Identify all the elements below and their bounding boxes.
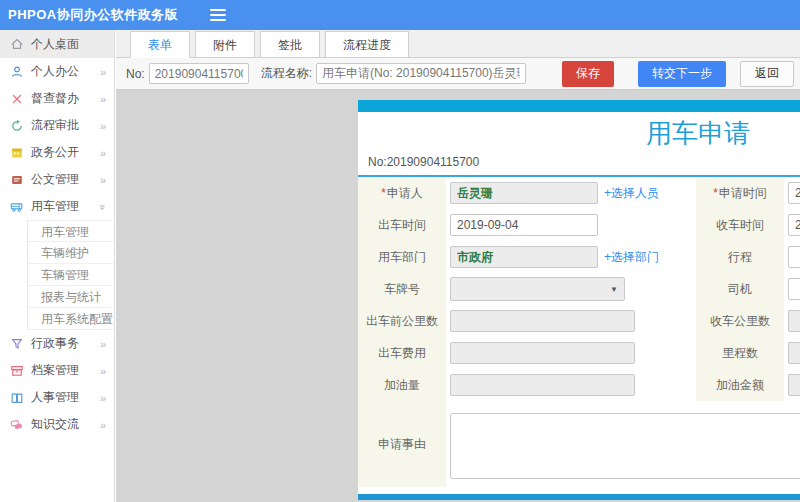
chevron-right-icon: » <box>100 66 106 78</box>
form-row-depart-time: 出车时间 收车时间 <box>358 209 800 241</box>
sidebar-item-supervision[interactable]: 督查督办 » <box>0 85 114 112</box>
sidebar-item-label: 知识交流 <box>31 416 100 433</box>
refresh-icon <box>10 119 24 133</box>
sidebar-item-workflow-approval[interactable]: 流程审批 » <box>0 112 114 139</box>
return-time-input[interactable] <box>788 214 800 236</box>
sidebar-item-label: 督查督办 <box>31 90 100 107</box>
bus-icon <box>10 200 24 214</box>
form-row-department: 用车部门 +选择部门 行程 <box>358 241 800 273</box>
tab-signoff[interactable]: 签批 <box>260 31 320 58</box>
department-input[interactable] <box>450 246 598 268</box>
tab-attachments[interactable]: 附件 <box>195 31 255 58</box>
tab-workflow-progress[interactable]: 流程进度 <box>325 31 409 58</box>
field-label: 申请人 <box>387 186 423 200</box>
submenu-item-vehicle-maintenance[interactable]: 车辆维护 <box>28 242 114 264</box>
driver-input[interactable] <box>788 278 800 300</box>
field-label: 申请事由 <box>378 437 426 451</box>
sidebar-item-hr[interactable]: 人事管理 » <box>0 384 114 411</box>
chevron-right-icon: » <box>100 174 106 186</box>
panel-header-bar <box>358 100 800 112</box>
form-row-fuel: 加油量 加油金额 <box>358 369 800 401</box>
submenu-item-vehicle-admin[interactable]: 车辆管理 <box>28 264 114 286</box>
trip-cost-input[interactable] <box>450 342 635 364</box>
sidebar-item-admin-affairs[interactable]: 行政事务 » <box>0 330 114 357</box>
content-area: 表单 附件 签批 流程进度 No: 流程名称: 保存 转交下一步 返回 用车申请… <box>116 30 800 502</box>
sidebar-item-gov-disclosure[interactable]: 政务公开 » <box>0 139 114 166</box>
sidebar-item-official-docs[interactable]: 公文管理 » <box>0 166 114 193</box>
km-return-input[interactable] <box>788 310 800 332</box>
required-mark: * <box>713 186 718 200</box>
depart-time-input[interactable] <box>450 214 598 236</box>
form-table: *申请人 +选择人员 *申请时间 出车时间 收车时间 用车部门 +选择部门 行程 <box>358 177 800 487</box>
back-button[interactable]: 返回 <box>740 61 794 87</box>
main-area: 用车申请 No:20190904115700 *申请人 +选择人员 *申请时间 … <box>116 90 800 502</box>
field-label: 加油金额 <box>716 378 764 392</box>
fuel-cost-input[interactable] <box>788 374 800 396</box>
select-department-link[interactable]: +选择部门 <box>604 250 659 264</box>
sidebar-item-vehicle-management[interactable]: 用车管理 » <box>0 193 114 220</box>
supervise-icon <box>10 92 24 106</box>
toolbar: No: 流程名称: 保存 转交下一步 返回 <box>116 58 800 90</box>
flow-name-input[interactable] <box>316 63 526 84</box>
archive-icon <box>10 364 24 378</box>
flow-name-label: 流程名称: <box>261 65 312 82</box>
form-no-text: No:20190904115700 <box>368 155 800 169</box>
save-button[interactable]: 保存 <box>562 61 614 87</box>
document-icon <box>10 173 24 187</box>
form-row-plate-number: 车牌号 ▼ 司机 <box>358 273 800 305</box>
itinerary-input[interactable] <box>788 246 800 268</box>
user-icon <box>10 65 24 79</box>
field-label: 收车公里数 <box>710 314 770 328</box>
applicant-input[interactable] <box>450 182 598 204</box>
funnel-icon <box>10 337 24 351</box>
sidebar-item-label: 公文管理 <box>31 171 100 188</box>
mileage-input[interactable] <box>788 342 800 364</box>
no-label: No: <box>126 67 145 81</box>
fuel-amount-input[interactable] <box>450 374 635 396</box>
sidebar: 个人桌面 个人办公 » 督查督办 » 流程审批 » 政务公开 » 公文管理 » … <box>0 30 115 502</box>
sidebar-item-label: 档案管理 <box>31 362 100 379</box>
select-person-link[interactable]: +选择人员 <box>604 186 659 200</box>
field-label: 里程数 <box>722 346 758 360</box>
tab-bar: 表单 附件 签批 流程进度 <box>116 30 800 58</box>
field-label: 司机 <box>728 282 752 296</box>
form-row-applicant: *申请人 +选择人员 *申请时间 <box>358 177 800 209</box>
field-label: 行程 <box>728 250 752 264</box>
menu-icon[interactable] <box>210 6 226 24</box>
sidebar-item-label: 人事管理 <box>31 389 100 406</box>
sidebar-item-personal-office[interactable]: 个人办公 » <box>0 58 114 85</box>
sidebar-item-label: 行政事务 <box>31 335 100 352</box>
required-mark: * <box>381 186 386 200</box>
no-input[interactable] <box>149 63 249 84</box>
field-label: 出车时间 <box>378 218 426 232</box>
apply-time-input[interactable] <box>788 182 800 204</box>
sidebar-item-label: 用车管理 <box>31 198 100 215</box>
chevron-right-icon: » <box>100 365 106 377</box>
chevron-right-icon: » <box>100 419 106 431</box>
form-row-trip-cost: 出车费用 里程数 <box>358 337 800 369</box>
panel-footer-bar <box>358 494 800 500</box>
submenu-item-vehicle-system-config[interactable]: 用车系统配置 <box>28 308 114 330</box>
form-row-reason: 申请事由 <box>358 401 800 487</box>
home-icon <box>10 37 24 51</box>
field-label: 申请时间 <box>719 186 767 200</box>
submenu-item-reports-stats[interactable]: 报表与统计 <box>28 286 114 308</box>
submenu-item-vehicle-usage[interactable]: 用车管理 <box>28 220 114 242</box>
sidebar-item-knowledge-exchange[interactable]: 知识交流 » <box>0 411 114 438</box>
field-label: 加油量 <box>384 378 420 392</box>
sidebar-item-archives[interactable]: 档案管理 » <box>0 357 114 384</box>
tab-form[interactable]: 表单 <box>130 31 190 58</box>
chevron-right-icon: » <box>100 93 106 105</box>
tags-icon <box>10 418 24 432</box>
vehicle-management-submenu: 用车管理 车辆维护 车辆管理 报表与统计 用车系统配置 <box>27 220 114 330</box>
km-before-input[interactable] <box>450 310 635 332</box>
sidebar-item-label: 政务公开 <box>31 144 100 161</box>
calendar-icon <box>10 146 24 160</box>
plate-number-select[interactable]: ▼ <box>450 277 625 301</box>
chevron-right-icon: » <box>100 338 106 350</box>
app-title: PHPOA协同办公软件政务版 <box>8 6 178 24</box>
forward-next-step-button[interactable]: 转交下一步 <box>638 61 726 87</box>
sidebar-item-personal-desktop[interactable]: 个人桌面 <box>0 30 114 58</box>
chevron-down-icon: » <box>97 203 109 209</box>
reason-textarea[interactable] <box>450 413 800 479</box>
